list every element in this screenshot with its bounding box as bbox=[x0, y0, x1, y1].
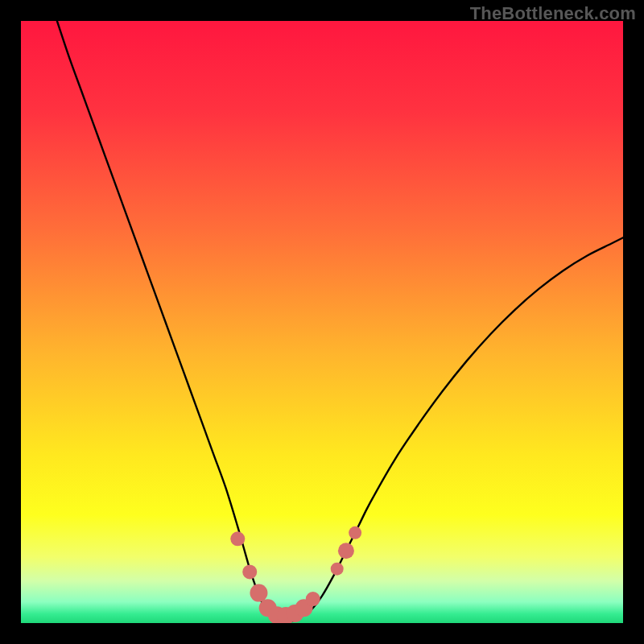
data-marker bbox=[338, 543, 354, 559]
plot-area bbox=[21, 21, 623, 623]
gradient-background bbox=[21, 21, 623, 623]
data-marker bbox=[230, 531, 245, 546]
chart-frame: TheBottleneck.com bbox=[0, 0, 644, 644]
data-marker bbox=[349, 526, 361, 539]
data-marker bbox=[306, 592, 320, 606]
data-marker bbox=[250, 584, 267, 602]
data-marker bbox=[331, 563, 344, 576]
chart-svg bbox=[21, 21, 623, 623]
data-marker bbox=[242, 564, 257, 579]
